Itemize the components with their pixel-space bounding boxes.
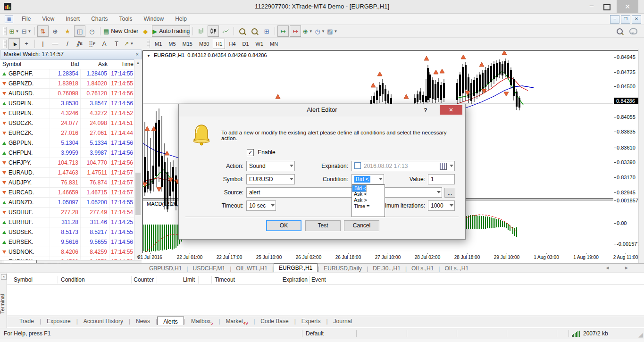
column-header-bid[interactable]: Bid (50, 59, 81, 69)
terminal-tab-mailbox[interactable]: Mailbox5 (185, 316, 218, 325)
column-header-symbol[interactable]: Symbol (0, 59, 50, 69)
expiration-checkbox[interactable] (354, 162, 361, 169)
child-restore-button[interactable]: ❐ (621, 15, 630, 24)
channel-tool[interactable]: ∥E (74, 38, 85, 50)
chart-tab-gbpusd-h1[interactable]: GBPUSD,H1 (144, 265, 186, 272)
indicators-button[interactable]: ⊕▼ (302, 25, 313, 37)
market-watch-columns[interactable]: SymbolBidAskTime (0, 59, 134, 69)
market-watch-row[interactable]: USDSEK.8.51738.521717:14:55 (0, 227, 134, 237)
status-profile[interactable]: Default (306, 330, 324, 337)
market-watch-close-icon[interactable]: × (136, 50, 139, 58)
cancel-button[interactable]: Cancel (344, 220, 379, 231)
timeframe-m15[interactable]: M15 (180, 39, 195, 49)
market-watch-toggle[interactable]: ⇅ (37, 25, 49, 37)
chart-shift-toggle[interactable]: ↦ (290, 25, 301, 37)
close-button[interactable]: ✕ (617, 0, 638, 13)
value-input[interactable]: 1 (428, 174, 455, 184)
dropdown-option[interactable]: Time = (352, 203, 385, 209)
chart-tab-eurgbp-h1[interactable]: EURGBP.,H1 (274, 263, 318, 272)
crosshair-tool[interactable]: + (21, 38, 32, 50)
market-watch-scrollbar[interactable]: ▲ ▼ (134, 59, 142, 260)
column-header-time[interactable]: Time (109, 59, 134, 69)
dropdown-option[interactable]: Ask > (352, 197, 385, 203)
search-icon[interactable] (617, 28, 623, 34)
chart-tab-eurusd-daily[interactable]: EURUSD,Daily (319, 265, 367, 272)
data-window-button[interactable]: ⊕ (50, 25, 61, 37)
timeframe-m30[interactable]: M30 (196, 39, 212, 49)
market-watch-row[interactable]: USDPLN.3.85303.854717:14:56 (0, 99, 134, 108)
market-watch-row[interactable]: AUDJPY.76.83176.87417:14:57 (0, 178, 134, 188)
timeframe-h4[interactable]: H4 (226, 39, 238, 49)
terminal-tab-experts[interactable]: Experts (296, 316, 326, 325)
market-watch-row[interactable]: USDHUF.277.28277.4917:14:54 (0, 208, 134, 217)
market-watch-row[interactable]: EURCAD.1.466591.4671517:14:57 (0, 188, 134, 198)
ok-button[interactable]: OK (266, 220, 301, 231)
expiration-field[interactable]: 2016.08.02 17:13 (351, 161, 455, 171)
chart-tab-de-30-h1[interactable]: DE.30..,H1 (368, 265, 405, 272)
minimize-button[interactable]: – (585, 0, 599, 13)
timeframe-mn[interactable]: MN (267, 39, 281, 49)
dropdown-option[interactable]: Bid < (352, 185, 367, 192)
market-watch-row[interactable]: GBPNZD.1.839181.8402017:14:55 (0, 79, 134, 89)
toolbar-grip[interactable] (3, 40, 7, 48)
candlestick-chart-button[interactable] (208, 25, 219, 37)
timeframe-m5[interactable]: M5 (166, 39, 178, 49)
dialog-help-button[interactable]: ? (421, 105, 430, 116)
menu-charts[interactable]: Charts (85, 14, 113, 25)
label-tool[interactable]: T (111, 38, 122, 50)
calendar-icon[interactable] (440, 163, 447, 170)
chevron-down-icon[interactable]: ▼ (321, 29, 325, 33)
action-select[interactable]: Sound (246, 161, 295, 171)
toolbar-grip[interactable] (147, 40, 150, 48)
menu-help[interactable]: Help (169, 14, 192, 25)
zoom-in-button[interactable] (236, 25, 248, 37)
scrollbar-thumb[interactable] (135, 173, 141, 215)
market-watch-row[interactable]: USDNOK.8.42068.425917:14:55 (0, 247, 134, 257)
chart-tab-oil-wti-h1[interactable]: OIL.WTI.,H1 (231, 265, 272, 272)
terminal-tab-code-base[interactable]: Code Base (255, 316, 294, 325)
child-close-button[interactable]: ✕ (632, 15, 641, 24)
market-watch-row[interactable]: GBPCHF.1.283541.2840517:14:55 (0, 69, 134, 79)
source-combo[interactable]: alert (246, 187, 442, 198)
resize-grip[interactable]: ◢ (638, 331, 643, 338)
strategy-tester-button[interactable]: ◷ (86, 25, 98, 37)
new-chart-button[interactable]: ⊞▼ (8, 25, 20, 37)
trendline-tool[interactable]: / (62, 38, 73, 50)
condition-select[interactable]: Bid < (351, 174, 384, 184)
chat-icon[interactable] (629, 28, 637, 34)
chevron-down-icon[interactable]: ▼ (130, 42, 134, 46)
enable-checkbox[interactable]: ✓ Enable (247, 149, 276, 156)
timeout-select[interactable]: 10 sec (246, 200, 276, 211)
scroll-up-icon[interactable]: ▲ (134, 60, 142, 65)
zoom-out-button[interactable] (249, 25, 260, 37)
market-watch-row[interactable]: USDCZK.24.07724.09817:14:51 (0, 118, 134, 128)
chart-tab-usdchf-m1[interactable]: USDCHF,M1 (188, 265, 230, 272)
timeframe-m1[interactable]: M1 (152, 39, 165, 49)
market-watch-row[interactable]: CHFPLN.3.99593.998717:14:56 (0, 148, 134, 158)
terminal-toggle[interactable]: ◫ (74, 25, 85, 37)
market-watch-row[interactable]: EURCZK.27.01627.06117:14:44 (0, 128, 134, 138)
text-tool[interactable]: A (99, 38, 110, 50)
chevron-down-icon[interactable]: ▼ (309, 29, 313, 33)
line-chart-button[interactable] (220, 25, 231, 37)
price-scale[interactable]: 0.849450.847250.845000.840550.838350.836… (614, 50, 638, 254)
fibonacci-tool[interactable]: ⣿F (86, 38, 98, 50)
market-watch-row[interactable]: GBPPLN.5.13045.133417:14:56 (0, 138, 134, 148)
timeframe-w1[interactable]: W1 (253, 39, 267, 49)
terminal-column-counter[interactable]: Counter (134, 275, 154, 284)
profiles-button[interactable]: ⊟▼ (21, 25, 32, 37)
alerts-table-header[interactable]: SymbolConditionCounterLimitTimeoutExpira… (7, 275, 644, 285)
terminal-column-expiration[interactable]: Expiration (283, 275, 308, 284)
metaeditor-button[interactable]: ◆ (140, 25, 151, 37)
navigator-button[interactable]: ★ (62, 25, 73, 37)
child-minimize-button[interactable]: – (610, 15, 619, 24)
terminal-tab-news[interactable]: News (130, 316, 156, 325)
market-watch-row[interactable]: AUDNZD.1.050971.0520017:14:55 (0, 198, 134, 208)
chevron-down-icon[interactable]: ▼ (334, 29, 338, 33)
market-watch-row[interactable]: EURSEK.9.56169.565517:14:56 (0, 237, 134, 247)
chevron-down-icon[interactable]: ▼ (27, 29, 31, 33)
cursor-tool[interactable]: ▲ (8, 38, 20, 50)
chart-right-scrollbar[interactable] (638, 50, 644, 263)
terminal-tab-trade[interactable]: Trade (14, 316, 40, 325)
terminal-column-event[interactable]: Event (311, 275, 326, 284)
